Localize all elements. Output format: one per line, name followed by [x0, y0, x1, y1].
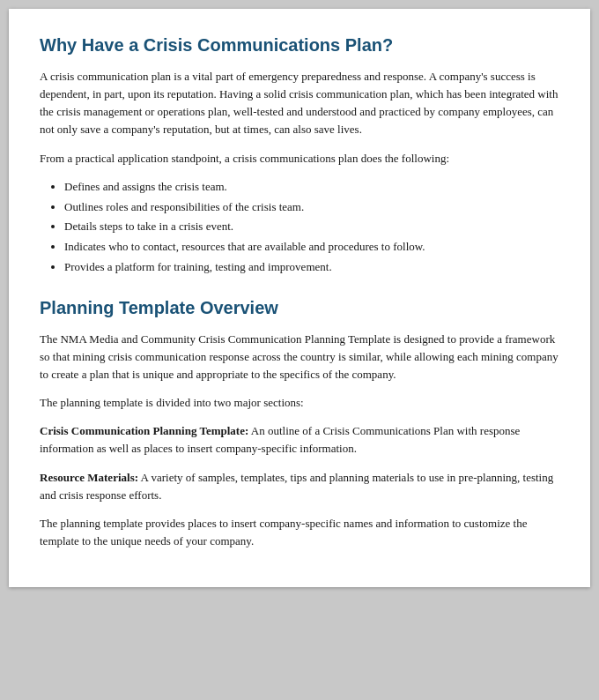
section2-item2: Resource Materials: A variety of samples…	[40, 469, 559, 504]
section2-para2: The planning template is divided into tw…	[40, 394, 559, 412]
section-planning: Planning Template Overview The NMA Media…	[40, 298, 559, 550]
section2-item1-label: Crisis Communication Planning Template:	[40, 424, 248, 437]
page-container: Why Have a Crisis Communications Plan? A…	[9, 9, 590, 587]
section1-bullet-list: Defines and assigns the crisis team. Out…	[64, 178, 559, 277]
section-why: Why Have a Crisis Communications Plan? A…	[40, 35, 559, 277]
list-item: Details steps to take in a crisis event.	[64, 218, 559, 236]
list-item: Indicates who to contact, resources that…	[64, 238, 559, 257]
section2-item1: Crisis Communication Planning Template: …	[40, 422, 559, 458]
section2-para1: The NMA Media and Community Crisis Commu…	[40, 331, 559, 384]
section2-heading: Planning Template Overview	[40, 298, 559, 318]
section1-heading: Why Have a Crisis Communications Plan?	[40, 35, 559, 56]
section1-para1: A crisis communication plan is a vital p…	[40, 68, 559, 139]
section1-para2: From a practical application standpoint,…	[40, 150, 559, 168]
list-item: Outlines roles and responsibilities of t…	[64, 198, 559, 217]
section2-item2-label: Resource Materials:	[40, 471, 138, 484]
list-item: Defines and assigns the crisis team.	[64, 178, 559, 197]
list-item: Provides a platform for training, testin…	[64, 258, 559, 277]
section2-para3: The planning template provides places to…	[40, 515, 559, 550]
